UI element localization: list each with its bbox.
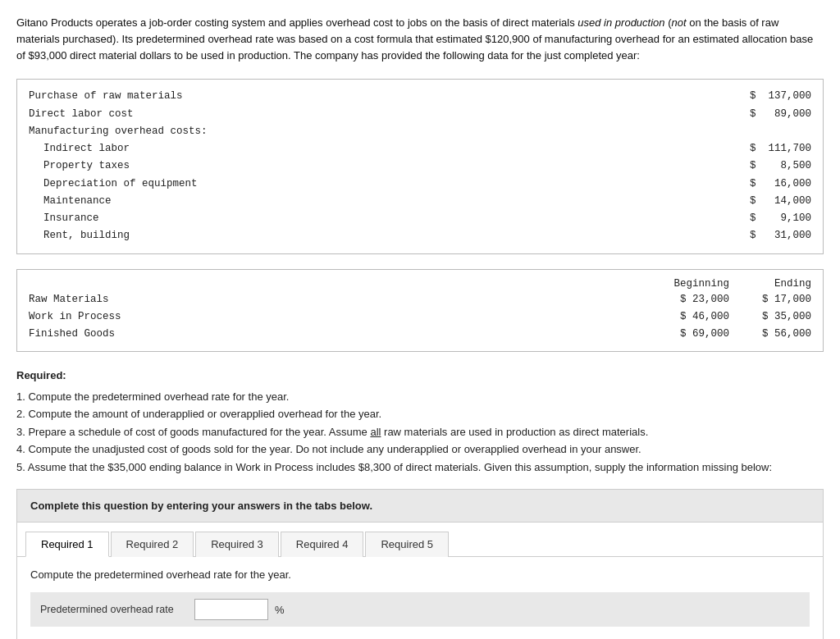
cost-row-rent: Rent, building $ 31,000	[29, 227, 811, 244]
required-item-2: 2. Compute the amount of underapplied or…	[16, 405, 824, 422]
tabs-row: Required 1 Required 2 Required 3 Require…	[17, 523, 823, 557]
inventory-row-wip: Work in Process $ 46,000 $ 35,000	[29, 308, 811, 326]
tabs-container: Required 1 Required 2 Required 3 Require…	[16, 523, 824, 639]
cost-row-property-taxes: Property taxes $ 8,500	[29, 157, 811, 175]
tab-required-3[interactable]: Required 3	[195, 532, 279, 557]
tab-required-4[interactable]: Required 4	[281, 532, 364, 557]
cost-row-indirect-labor: Indirect labor $ 111,700	[29, 140, 811, 157]
tab-required-1[interactable]: Required 1	[25, 532, 109, 557]
required-item-3: 3. Prepare a schedule of cost of goods m…	[16, 423, 824, 440]
intro-paragraph: Gitano Products operates a job-order cos…	[16, 15, 824, 64]
cost-row-depreciation: Depreciation of equipment $ 16,000	[29, 176, 811, 193]
cost-row-mfg-header: Manufacturing overhead costs:	[29, 123, 811, 140]
required-item-5: 5. Assume that the $35,000 ending balanc…	[16, 459, 824, 476]
inventory-row-finished: Finished Goods $ 69,000 $ 56,000	[29, 326, 811, 343]
inventory-header: Beginning Ending	[29, 278, 811, 290]
required-item-4: 4. Compute the unadjusted cost of goods …	[16, 440, 824, 458]
tab-required-5[interactable]: Required 5	[365, 532, 449, 557]
inventory-table: Beginning Ending Raw Materials $ 23,000 …	[16, 269, 824, 353]
required-section: Required: 1. Compute the predetermined o…	[16, 367, 824, 476]
required-item-1: 1. Compute the predetermined overhead ra…	[16, 388, 824, 405]
tab-required-2[interactable]: Required 2	[111, 532, 194, 557]
cost-row-direct-labor: Direct labor cost $ 89,000	[29, 106, 811, 123]
cost-data-table: Purchase of raw materials $ 137,000 Dire…	[16, 79, 824, 253]
percent-symbol: %	[275, 604, 285, 616]
cost-row-maintenance: Maintenance $ 14,000	[29, 193, 811, 210]
required-title: Required:	[16, 367, 824, 384]
inventory-row-raw: Raw Materials $ 23,000 $ 17,000	[29, 291, 811, 308]
cost-row-raw-materials: Purchase of raw materials $ 137,000	[29, 88, 811, 105]
compute-label: Compute the predetermined overhead rate …	[30, 568, 810, 581]
overhead-rate-input[interactable]	[194, 599, 268, 620]
input-label: Predetermined overhead rate	[40, 604, 188, 615]
input-row: Predetermined overhead rate %	[30, 592, 810, 627]
cost-row-insurance: Insurance $ 9,100	[29, 210, 811, 227]
complete-box: Complete this question by entering your …	[16, 489, 824, 523]
tab-content-required-1: Compute the predetermined overhead rate …	[17, 557, 823, 638]
